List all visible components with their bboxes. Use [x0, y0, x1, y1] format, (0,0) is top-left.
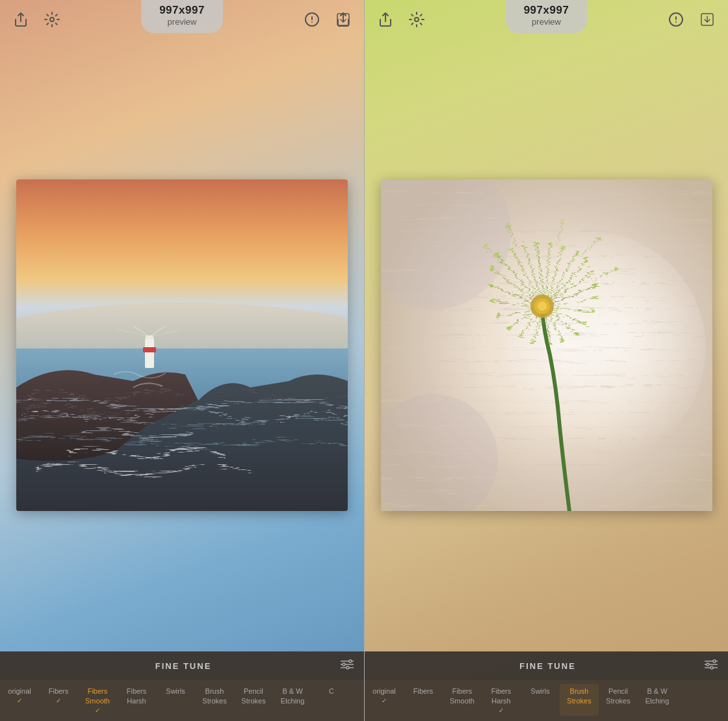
left-preview-label: preview: [168, 17, 197, 27]
right-export-icon[interactable]: [697, 9, 718, 30]
left-tab-bw-etching[interactable]: B & WEtching: [273, 684, 312, 716]
right-tab-original[interactable]: original ✓: [365, 684, 404, 716]
gear-icon[interactable]: [42, 9, 62, 30]
left-tab-c[interactable]: C: [312, 684, 351, 716]
left-tab-swirls[interactable]: Swirls: [156, 684, 195, 716]
left-tab-fibers-harsh[interactable]: FibersHarsh: [117, 684, 156, 716]
svg-point-97: [560, 337, 564, 341]
right-tab-swirls[interactable]: Swirls: [521, 684, 560, 716]
svg-point-107: [560, 220, 564, 224]
svg-point-93: [592, 295, 596, 298]
left-toolbar-left-icons: [10, 9, 62, 30]
right-gear-icon[interactable]: [406, 9, 427, 30]
svg-point-22: [415, 18, 419, 21]
right-info-icon[interactable]: [666, 9, 686, 30]
share-icon[interactable]: [10, 9, 31, 30]
right-fine-tune-area: FINE TUNE original ✓: [365, 651, 728, 721]
lighthouse-image: [16, 179, 348, 511]
info-icon[interactable]: [302, 9, 322, 30]
svg-rect-7: [143, 347, 156, 352]
left-panel: 997x997 preview: [0, 0, 364, 721]
svg-point-96: [573, 330, 577, 334]
export-icon[interactable]: [333, 9, 354, 30]
svg-point-95: [582, 321, 586, 324]
left-toolbar-center: 997x997 preview: [141, 0, 223, 33]
left-image-area: [0, 39, 364, 651]
svg-point-88: [560, 244, 564, 248]
svg-point-21: [346, 666, 349, 669]
svg-point-102: [495, 312, 499, 316]
left-fine-tune-icon[interactable]: [341, 659, 354, 672]
svg-point-103: [489, 298, 493, 302]
right-fine-tune-icon[interactable]: [705, 659, 718, 672]
right-image-area: [365, 39, 728, 651]
svg-point-90: [582, 257, 586, 261]
right-toolbar-center: 997x997 preview: [506, 0, 588, 33]
left-toolbar-right-icons: [302, 9, 354, 30]
svg-point-118: [707, 663, 709, 666]
right-panel: 997x997 preview: [364, 0, 728, 721]
svg-point-15: [349, 660, 352, 662]
right-tab-fibers-harsh[interactable]: FibersHarsh ✓: [482, 684, 521, 716]
svg-point-84: [508, 246, 512, 250]
right-tab-pencil-strokes[interactable]: PencilStrokes: [599, 684, 638, 716]
right-share-icon[interactable]: [375, 9, 396, 30]
right-tab-brush-strokes[interactable]: BrushStrokes: [560, 684, 599, 716]
right-filter-tabs: original ✓ Fibers FibersSmooth FibersHar…: [365, 680, 728, 721]
left-preview-bubble: 997x997 preview: [141, 0, 223, 33]
left-tab-fibers-smooth[interactable]: FibersSmooth ✓: [78, 684, 117, 716]
left-tab-original[interactable]: original ✓: [0, 684, 39, 716]
svg-point-115: [713, 660, 716, 662]
right-fine-tune-header: FINE TUNE: [365, 651, 728, 680]
svg-point-98: [547, 340, 551, 344]
left-tab-pencil-strokes[interactable]: PencilStrokes: [234, 684, 273, 716]
svg-point-94: [589, 308, 593, 311]
right-image-size: 997x997: [524, 4, 569, 17]
left-toolbar: 997x997 preview: [0, 0, 364, 39]
svg-point-121: [710, 666, 713, 669]
left-filter-tabs: original ✓ Fibers ✓ FibersSmooth ✓ Fiber…: [0, 680, 364, 721]
svg-point-108: [595, 236, 599, 240]
right-fine-tune-label: FINE TUNE: [391, 661, 705, 671]
left-tab-brush-strokes[interactable]: BrushStrokes: [195, 684, 234, 716]
svg-point-109: [612, 265, 616, 269]
left-tab-fibers[interactable]: Fibers ✓: [39, 684, 78, 716]
right-toolbar: 997x997 preview: [365, 0, 728, 39]
left-image-size: 997x997: [159, 4, 205, 17]
left-fine-tune-label: FINE TUNE: [26, 661, 341, 671]
dandelion-image: [381, 179, 712, 511]
right-image-container: [381, 179, 712, 511]
right-preview-bubble: 997x997 preview: [506, 0, 588, 33]
svg-point-92: [592, 282, 596, 285]
svg-point-83: [495, 252, 499, 256]
left-fine-tune-header: FINE TUNE: [0, 651, 364, 680]
svg-point-87: [547, 241, 551, 244]
svg-point-91: [589, 269, 593, 272]
svg-point-82: [488, 265, 492, 269]
svg-point-86: [534, 241, 538, 244]
svg-point-105: [482, 243, 486, 246]
svg-point-0: [50, 18, 54, 21]
right-toolbar-left-icons: [375, 9, 427, 30]
svg-point-89: [573, 249, 577, 253]
svg-point-101: [504, 324, 508, 328]
right-tab-bw-etching[interactable]: B & WEtching: [638, 684, 677, 716]
right-toolbar-right-icons: [666, 9, 718, 30]
right-preview-label: preview: [532, 17, 561, 27]
svg-point-85: [521, 243, 525, 246]
svg-point-99: [530, 338, 534, 342]
svg-point-106: [504, 223, 508, 227]
svg-point-18: [343, 663, 345, 666]
svg-rect-6: [145, 339, 154, 368]
right-tab-fibers[interactable]: Fibers: [404, 684, 443, 716]
left-image-container: [16, 179, 348, 511]
left-fine-tune-area: FINE TUNE original ✓: [0, 651, 364, 721]
svg-point-112: [538, 302, 547, 311]
svg-point-100: [517, 333, 521, 337]
right-tab-fibers-smooth[interactable]: FibersSmooth: [443, 684, 482, 716]
svg-point-104: [488, 282, 492, 285]
